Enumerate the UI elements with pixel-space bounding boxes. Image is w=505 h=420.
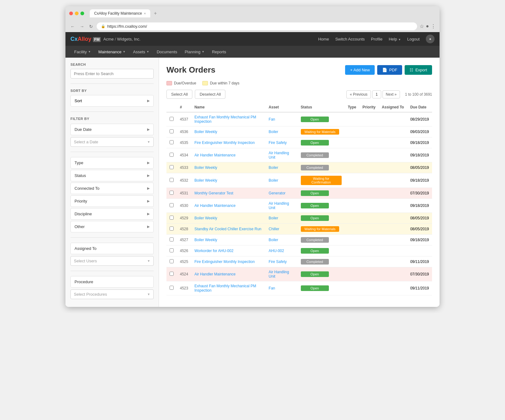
nav-assets[interactable]: Assets ▼ (129, 46, 153, 58)
company1-link[interactable]: Acme (103, 37, 113, 41)
nav-reports[interactable]: Reports (208, 46, 230, 58)
nav-documents[interactable]: Documents (153, 46, 181, 58)
work-order-status: Completed (298, 235, 345, 246)
work-order-link[interactable]: Boiler Weekly (195, 178, 262, 183)
table-row: 4528 Standby Air Cooled Chiller Exercise… (166, 224, 432, 235)
new-tab-button[interactable]: + (154, 11, 157, 16)
work-order-link[interactable]: Boiler Weekly (195, 238, 262, 242)
row-checkbox[interactable] (170, 237, 174, 241)
pdf-button[interactable]: 📄 PDF (377, 65, 402, 75)
row-checkbox[interactable] (170, 203, 174, 207)
asset-link[interactable]: Generator (269, 191, 286, 195)
planning-chevron: ▼ (202, 50, 204, 53)
work-order-link[interactable]: Air Handler Maintenance (195, 153, 262, 157)
type-header[interactable]: Type ▶ (70, 157, 154, 169)
asset-link[interactable]: AHU-002 (269, 249, 284, 253)
asset-link[interactable]: Fan (269, 286, 275, 290)
work-order-link[interactable]: Monthly Generator Test (195, 191, 262, 195)
work-order-link[interactable]: Boiler Weekly (195, 130, 262, 134)
nav-maintenance[interactable]: Maintenance ▼ (94, 46, 129, 58)
asset-link[interactable]: Chiller (269, 227, 279, 231)
asset-link[interactable]: Fan (269, 117, 275, 122)
other-header[interactable]: Other ▶ (70, 221, 154, 232)
forward-button[interactable]: → (79, 23, 85, 30)
asset-link[interactable]: Fire Safety (269, 260, 287, 264)
divider-2 (70, 112, 154, 112)
assigned-to-header[interactable]: Assigned To (70, 243, 154, 254)
row-checkbox[interactable] (170, 191, 174, 195)
search-input[interactable] (70, 69, 154, 79)
connected-to-header[interactable]: Connected To ▶ (70, 183, 154, 194)
nav-profile[interactable]: Profile (371, 37, 382, 41)
menu-icon[interactable]: ⋮ (431, 23, 436, 29)
asset-link[interactable]: Boiler (269, 165, 278, 170)
asset-link[interactable]: Air Handling Unit (269, 201, 289, 210)
discipline-header[interactable]: Discipline ▶ (70, 208, 154, 220)
priority-header[interactable]: Priority ▶ (70, 195, 154, 207)
browser-tab[interactable]: CxAlloy Facility Maintenance × (90, 9, 150, 17)
nav-home[interactable]: Home (318, 37, 329, 41)
asset-link[interactable]: Boiler (269, 238, 278, 242)
asset-link[interactable]: Boiler (269, 216, 278, 220)
asset-link[interactable]: Boiler (269, 130, 278, 134)
work-order-link[interactable]: Air Handler Maintenance (195, 272, 262, 276)
company2-link[interactable]: Widgets, Inc. (117, 37, 140, 41)
row-checkbox[interactable] (170, 117, 174, 121)
row-checkbox[interactable] (170, 272, 174, 276)
work-order-link[interactable]: Boiler Weekly (195, 216, 262, 220)
row-checkbox[interactable] (170, 165, 174, 169)
row-checkbox[interactable] (170, 286, 174, 290)
row-checkbox[interactable] (170, 140, 174, 144)
prev-page-button[interactable]: « Previous (346, 90, 371, 98)
row-checkbox[interactable] (170, 129, 174, 133)
sort-dropdown[interactable]: Sort ▶ (70, 95, 154, 107)
nav-help[interactable]: Help ▼ (389, 37, 401, 41)
asset-link[interactable]: Air Handling Unit (269, 151, 289, 160)
work-order-link[interactable]: Standby Air Cooled Chiller Exercise Run (195, 227, 262, 231)
deselect-all-button[interactable]: Deselect All (195, 90, 225, 99)
procedure-header[interactable]: Procedure (70, 276, 154, 288)
row-checkbox[interactable] (170, 259, 174, 263)
work-order-link[interactable]: Air Handler Maintenance (195, 203, 262, 208)
work-order-link[interactable]: Exhaust Fan Monthly Mechanical PM Inspec… (195, 115, 262, 124)
maximize-dot[interactable] (80, 12, 84, 15)
asset-link[interactable]: Air Handling Unit (269, 270, 289, 279)
work-order-link[interactable]: Workorder for AHU-002 (195, 249, 262, 253)
due-date-header[interactable]: Due Date ▶ (70, 124, 154, 135)
asset-link[interactable]: Boiler (269, 178, 278, 183)
tab-close-button[interactable]: × (144, 12, 146, 15)
nav-planning[interactable]: Planning ▼ (181, 46, 208, 58)
back-button[interactable]: ← (69, 23, 76, 30)
procedures-select[interactable]: Select Procedures ▼ (70, 289, 154, 299)
export-button[interactable]: ☷ Export (405, 65, 432, 75)
next-page-button[interactable]: Next » (382, 90, 400, 98)
nav-switch-accounts[interactable]: Switch Accounts (335, 37, 365, 41)
add-new-button[interactable]: + Add New (345, 65, 375, 75)
select-all-button[interactable]: Select All (166, 90, 192, 99)
bookmark-icon[interactable]: ☆ (420, 23, 424, 29)
search-section: SEARCH (70, 63, 154, 79)
work-order-link[interactable]: Exhaust Fan Monthly Mechanical PM Inspec… (195, 284, 262, 293)
row-checkbox[interactable] (170, 153, 174, 157)
row-checkbox[interactable] (170, 216, 174, 220)
row-checkbox[interactable] (170, 178, 174, 182)
close-dot[interactable] (69, 12, 73, 15)
date-select[interactable]: Select a Date ▼ (70, 137, 154, 147)
minimize-dot[interactable] (75, 12, 79, 15)
refresh-button[interactable]: ↻ (88, 23, 94, 30)
user-avatar[interactable]: ● (426, 35, 435, 43)
row-checkbox[interactable] (170, 227, 174, 231)
user-icon[interactable]: ● (426, 23, 429, 29)
address-bar[interactable]: 🔒 https://fm.cxalloy.com/ (97, 22, 417, 30)
nav-logout[interactable]: Logout (407, 37, 420, 41)
asset-link[interactable]: Fire Safety (269, 141, 287, 145)
work-order-link[interactable]: Boiler Weekly (195, 165, 262, 170)
nav-facility[interactable]: Facility ▼ (70, 46, 94, 58)
work-order-link[interactable]: Fire Extinguisher Monthly Inspection (195, 141, 262, 145)
status-header[interactable]: Status ▶ (70, 170, 154, 181)
work-order-link[interactable]: Fire Extinguisher Monthly Inspection (195, 260, 262, 264)
work-order-type (345, 162, 359, 173)
status-filter: Status ▶ (70, 170, 154, 181)
row-checkbox[interactable] (170, 248, 174, 252)
users-select[interactable]: Select Users ▼ (70, 256, 154, 266)
